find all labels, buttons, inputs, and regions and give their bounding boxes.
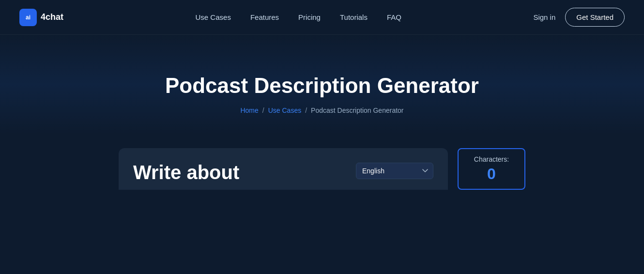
logo-text: 4chat	[41, 12, 63, 22]
characters-count: 0	[487, 165, 496, 183]
nav-link-tutorials[interactable]: Tutorials	[340, 13, 368, 21]
breadcrumb: Home / Use Cases / Podcast Description G…	[240, 107, 403, 114]
characters-panel: Characters: 0	[458, 148, 525, 190]
get-started-button[interactable]: Get Started	[565, 8, 625, 27]
nav-item-tutorials[interactable]: Tutorials	[340, 13, 368, 22]
nav-actions: Sign in Get Started	[533, 8, 625, 27]
nav-links: Use Cases Features Pricing Tutorials FAQ	[196, 13, 401, 22]
nav-link-pricing[interactable]: Pricing	[298, 13, 321, 21]
nav-link-use-cases[interactable]: Use Cases	[196, 13, 231, 21]
logo-badge: ai	[19, 9, 37, 26]
bottom-area: Write about EnglishSpanishFrenchGermanPo…	[0, 148, 644, 190]
hero-section: Podcast Description Generator Home / Use…	[0, 35, 644, 134]
sign-in-button[interactable]: Sign in	[533, 13, 555, 21]
nav-item-use-cases[interactable]: Use Cases	[196, 13, 231, 22]
breadcrumb-current-page: Podcast Description Generator	[311, 107, 403, 114]
breadcrumb-use-cases-link[interactable]: Use Cases	[268, 107, 301, 114]
characters-label: Characters:	[474, 155, 509, 163]
nav-item-faq[interactable]: FAQ	[387, 13, 401, 22]
page-title: Podcast Description Generator	[165, 74, 479, 98]
breadcrumb-separator-2: /	[305, 107, 307, 114]
navbar: ai 4chat Use Cases Features Pricing Tuto…	[0, 0, 644, 35]
nav-item-pricing[interactable]: Pricing	[298, 13, 321, 22]
nav-link-faq[interactable]: FAQ	[387, 13, 401, 21]
nav-link-features[interactable]: Features	[250, 13, 279, 21]
breadcrumb-home-link[interactable]: Home	[240, 107, 258, 114]
write-about-text: Write about	[133, 163, 239, 182]
language-select[interactable]: EnglishSpanishFrenchGermanPortugueseItal…	[356, 163, 433, 179]
breadcrumb-separator-1: /	[262, 107, 264, 114]
nav-item-features[interactable]: Features	[250, 13, 279, 22]
write-panel: Write about EnglishSpanishFrenchGermanPo…	[119, 148, 448, 190]
logo-area[interactable]: ai 4chat	[19, 9, 63, 26]
